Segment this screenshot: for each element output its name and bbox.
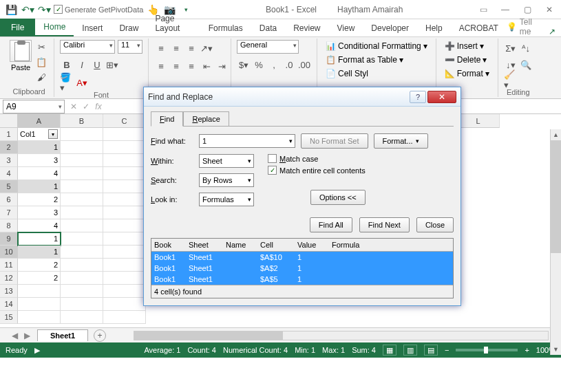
share-icon[interactable]: ↗ — [543, 27, 561, 36]
row-header[interactable]: 4 — [0, 167, 18, 180]
cell[interactable] — [103, 272, 146, 285]
options-button[interactable]: Options << — [310, 190, 366, 205]
undo-icon[interactable]: ↶▾ — [21, 3, 34, 17]
align-center-icon[interactable]: ≡ — [169, 59, 183, 73]
orientation-icon[interactable]: ↗▾ — [200, 41, 213, 55]
cell[interactable] — [103, 311, 146, 324]
col-header-l[interactable]: L — [457, 114, 500, 128]
page-break-view-icon[interactable]: ▤ — [424, 345, 438, 356]
find-what-input[interactable]: 1 — [199, 134, 295, 148]
col-header-a[interactable]: A — [18, 114, 61, 128]
match-entire-checkbox[interactable]: ✓Match entire cell contents — [268, 166, 366, 175]
result-row[interactable]: Book1Sheet1$A$101 — [151, 252, 453, 263]
generate-pivot-checkbox[interactable]: ✓Generate GetPivotData — [54, 5, 143, 14]
maximize-button[interactable]: ▢ — [520, 4, 535, 15]
insert-cells-button[interactable]: ➕ Insert ▾ — [442, 40, 487, 52]
tab-developer[interactable]: Developer — [363, 20, 417, 36]
font-name-select[interactable]: Calibri — [60, 40, 115, 54]
sheet-tab-active[interactable]: Sheet1 — [37, 329, 88, 341]
cell[interactable] — [18, 311, 61, 324]
comma-format-icon[interactable]: , — [267, 58, 281, 72]
status-record-icon[interactable]: ▶ — [34, 346, 40, 355]
tab-find[interactable]: Find — [151, 111, 183, 127]
dialog-close-button[interactable]: ✕ — [427, 91, 456, 103]
tab-page-layout[interactable]: Page Layout — [147, 10, 200, 36]
result-row[interactable]: Book1Sheet1$A$51 — [151, 274, 453, 285]
fill-color-button[interactable]: 🪣▾ — [60, 76, 74, 89]
row-header[interactable]: 3 — [0, 154, 18, 167]
dialog-titlebar[interactable]: Find and Replace ? ✕ — [144, 87, 461, 107]
select-all-cell[interactable] — [0, 114, 18, 128]
cell[interactable] — [61, 180, 103, 193]
sort-filter-icon[interactable]: ᴬ↓ — [519, 41, 533, 55]
tab-data[interactable]: Data — [251, 20, 285, 36]
cell[interactable]: 1 — [18, 180, 61, 193]
format-cells-button[interactable]: 📐 Format ▾ — [442, 67, 492, 80]
zoom-in-button[interactable]: + — [525, 346, 529, 354]
cell[interactable]: 2 — [18, 193, 61, 206]
close-window-button[interactable]: ✕ — [542, 4, 557, 15]
dialog-help-button[interactable]: ? — [410, 91, 426, 103]
match-case-checkbox[interactable]: Match case — [268, 154, 366, 163]
indent-decrease-icon[interactable]: ⇤ — [200, 59, 213, 73]
tab-draw[interactable]: Draw — [111, 20, 147, 36]
decrease-decimal-icon[interactable]: .00 — [297, 58, 311, 72]
col-cell[interactable]: Cell — [257, 239, 295, 251]
tab-help[interactable]: Help — [417, 20, 451, 36]
row-header[interactable]: 8 — [0, 219, 18, 232]
cell[interactable] — [61, 298, 103, 311]
conditional-formatting-button[interactable]: 📊 Conditional Formatting ▾ — [323, 40, 430, 52]
lookin-select[interactable]: Formulas — [199, 193, 254, 206]
filter-dropdown-icon[interactable]: ▾ — [48, 129, 58, 139]
col-book[interactable]: Book — [151, 239, 186, 251]
tell-me-search[interactable]: 💡 Tell me — [507, 17, 543, 36]
cell[interactable]: 1 — [18, 141, 61, 154]
format-as-table-button[interactable]: 📋 Format as Table ▾ — [323, 54, 406, 66]
indent-increase-icon[interactable]: ⇥ — [215, 59, 229, 73]
cell[interactable] — [103, 219, 146, 232]
cell[interactable] — [61, 232, 103, 246]
zoom-out-button[interactable]: − — [445, 346, 449, 354]
cell[interactable] — [61, 193, 103, 206]
cell[interactable] — [103, 298, 146, 311]
sheet-nav-next-icon[interactable]: ▶ — [21, 329, 33, 342]
row-header[interactable]: 9 — [0, 232, 18, 246]
cell[interactable] — [61, 154, 103, 167]
cell[interactable] — [103, 206, 146, 219]
cut-icon[interactable]: ✂ — [34, 40, 48, 54]
italic-button[interactable]: I — [75, 58, 89, 72]
cell[interactable] — [61, 259, 103, 272]
row-header[interactable]: 1 — [0, 128, 18, 141]
cell[interactable]: 4 — [18, 219, 61, 232]
tab-review[interactable]: Review — [285, 20, 328, 36]
page-layout-view-icon[interactable]: ▥ — [403, 345, 417, 356]
row-header[interactable]: 10 — [0, 246, 18, 259]
bold-button[interactable]: B — [60, 58, 74, 72]
col-sheet[interactable]: Sheet — [186, 239, 223, 251]
cancel-formula-icon[interactable]: ✕ — [67, 100, 80, 113]
row-header[interactable]: 14 — [0, 298, 18, 311]
tab-formulas[interactable]: Formulas — [200, 20, 251, 36]
row-header[interactable]: 12 — [0, 272, 18, 285]
horizontal-scrollbar[interactable] — [134, 331, 549, 340]
cell[interactable]: 4 — [18, 167, 61, 180]
copy-icon[interactable]: 📋 — [34, 55, 48, 69]
fx-icon[interactable]: fx — [92, 100, 105, 113]
align-right-icon[interactable]: ≡ — [184, 59, 198, 73]
col-value[interactable]: Value — [295, 239, 329, 251]
name-box[interactable]: A9 — [3, 100, 65, 113]
cell[interactable] — [61, 246, 103, 259]
cell[interactable] — [103, 259, 146, 272]
number-format-select[interactable]: General — [237, 40, 299, 54]
scroll-down-icon[interactable]: ▼ — [551, 344, 561, 355]
accounting-format-icon[interactable]: $▾ — [237, 58, 251, 72]
cell[interactable] — [61, 311, 103, 324]
cell[interactable] — [103, 285, 146, 298]
cell[interactable]: 3 — [18, 206, 61, 219]
paste-button[interactable]: Paste — [10, 40, 32, 72]
row-header[interactable]: 2 — [0, 141, 18, 154]
search-select[interactable]: By Rows — [199, 173, 254, 187]
col-name[interactable]: Name — [223, 239, 257, 251]
col-formula[interactable]: Formula — [329, 239, 453, 251]
cell-styles-button[interactable]: 📄 Cell Styl — [323, 67, 371, 80]
